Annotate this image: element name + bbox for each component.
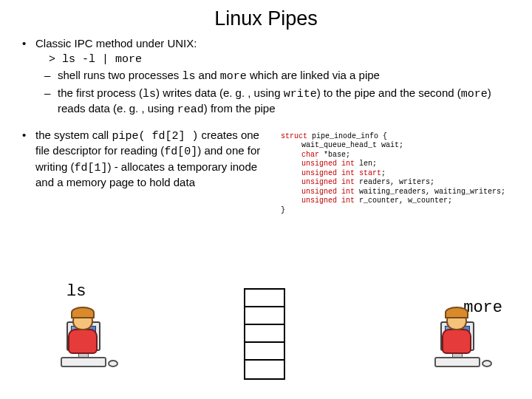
code-ls: ls bbox=[182, 70, 195, 83]
user-at-computer-icon bbox=[424, 314, 491, 384]
bullet-pipe-syscall: the system call pipe( fd[2] ) creates on… bbox=[22, 128, 273, 190]
sub-shell-runs: shell runs two processes ls and more whi… bbox=[35, 68, 516, 84]
code-more: more bbox=[220, 70, 247, 83]
label-ls: ls bbox=[66, 282, 86, 301]
command-line: > ls -l | more bbox=[49, 51, 516, 67]
mouse-icon bbox=[482, 360, 492, 367]
buffer-cell bbox=[245, 290, 284, 307]
code-write: write bbox=[284, 88, 317, 100]
kw-start: start bbox=[359, 169, 381, 177]
keyboard-icon bbox=[434, 357, 480, 367]
txt: ; bbox=[381, 169, 386, 177]
struct-line: unsigned int start; bbox=[281, 169, 505, 179]
txt: len; bbox=[355, 160, 377, 168]
txt: readers, writers; bbox=[355, 178, 434, 186]
struct-line: unsigned int readers, writers; bbox=[281, 178, 505, 188]
struct-line: char *base; bbox=[281, 151, 505, 160]
keyboard-icon bbox=[61, 357, 106, 367]
txt: waiting_readers, waiting_writers; bbox=[355, 188, 505, 196]
struct-line: wait_queue_head_t wait; bbox=[281, 141, 505, 151]
buffer-cell bbox=[245, 343, 284, 361]
code-read: read bbox=[177, 103, 204, 116]
struct-line: unsigned int waiting_readers, waiting_wr… bbox=[281, 188, 505, 197]
torso bbox=[442, 329, 471, 354]
kw-unsigned: unsigned bbox=[301, 197, 337, 205]
command-text: ls -l | more bbox=[62, 53, 142, 66]
buffer-cell bbox=[245, 325, 284, 343]
txt: *base; bbox=[319, 151, 350, 159]
txt: and bbox=[195, 69, 219, 81]
code-fd1: fd[1] bbox=[75, 162, 108, 174]
bullet-classic-ipc: Classic IPC method under UNIX: > ls -l |… bbox=[22, 36, 516, 117]
txt: pipe_inode_info { bbox=[307, 132, 387, 140]
kw-int: int bbox=[341, 188, 355, 196]
pipe-buffer-icon bbox=[244, 288, 285, 380]
slide-body: Classic IPC method under UNIX: > ls -l |… bbox=[0, 36, 532, 215]
kw-unsigned: unsigned bbox=[301, 178, 337, 186]
txt: ) writes data (e. g. , using bbox=[156, 86, 284, 99]
code-pipe: pipe( fd[2] ) bbox=[112, 130, 198, 143]
hair bbox=[71, 307, 95, 318]
struct-line: } bbox=[281, 206, 505, 216]
txt: the system call bbox=[35, 129, 112, 141]
txt: the first process ( bbox=[58, 86, 143, 99]
kw-struct: struct bbox=[281, 132, 307, 140]
code-fd0: fd[0] bbox=[164, 146, 197, 158]
kw-int: int bbox=[341, 160, 355, 168]
hair bbox=[445, 307, 468, 318]
kw-char: char bbox=[301, 151, 319, 159]
bullet1-lead: Classic IPC method under UNIX: bbox=[35, 37, 197, 50]
struct-code: struct pipe_inode_info { wait_queue_head… bbox=[281, 132, 505, 216]
slide-title: Linux Pipes bbox=[0, 0, 532, 36]
prompt: > bbox=[49, 53, 62, 66]
txt: ) to the pipe and the second ( bbox=[317, 86, 461, 99]
kw-unsigned: unsigned bbox=[301, 169, 337, 177]
kw-unsigned: unsigned bbox=[301, 160, 337, 168]
buffer-cell bbox=[245, 307, 284, 325]
sub-first-process: the first process (ls) writes data (e. g… bbox=[35, 86, 516, 117]
kw-int: int bbox=[341, 197, 355, 205]
struct-line: struct pipe_inode_info { bbox=[281, 132, 505, 142]
struct-line: unsigned int r_counter, w_counter; bbox=[281, 197, 505, 206]
txt: r_counter, w_counter; bbox=[355, 197, 452, 205]
txt: ) from the pipe bbox=[204, 102, 276, 115]
code-ls: ls bbox=[143, 88, 156, 100]
struct-line: unsigned int len; bbox=[281, 160, 505, 169]
txt: which are linked via a pipe bbox=[247, 69, 380, 81]
buffer-cell bbox=[245, 361, 284, 378]
user-at-computer-icon bbox=[50, 314, 117, 384]
kw-int: int bbox=[341, 178, 355, 186]
kw-int: int bbox=[341, 169, 355, 177]
torso bbox=[68, 329, 98, 354]
mouse-icon bbox=[108, 360, 118, 367]
code-more: more bbox=[461, 88, 488, 100]
kw-unsigned: unsigned bbox=[301, 188, 337, 196]
txt: shell runs two processes bbox=[58, 69, 182, 81]
illustration-row: ls more bbox=[0, 278, 532, 389]
